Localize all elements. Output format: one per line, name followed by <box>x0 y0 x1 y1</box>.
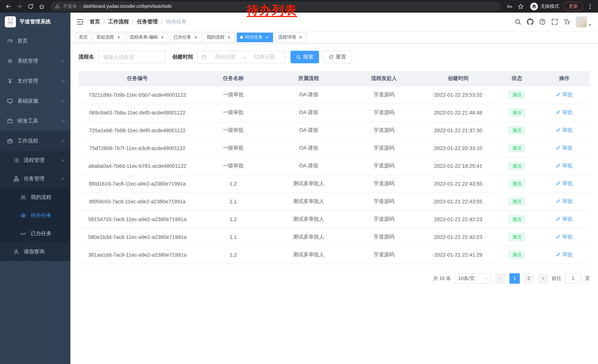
kebab-menu-icon[interactable] <box>585 1 595 11</box>
table-row: 069c6a63-7b8a-11ec-8ef0-acde48001122 一级审… <box>79 104 590 121</box>
prev-page-button[interactable] <box>495 273 506 283</box>
cell-initiator: 芋道源码 <box>347 121 421 139</box>
status-badge: 激活 <box>509 215 525 223</box>
tab-label: 流程表单-编辑 <box>130 34 158 40</box>
breadcrumb-separator: / <box>132 19 134 25</box>
search-button[interactable]: 搜索 <box>291 51 319 63</box>
list-icon <box>13 157 19 163</box>
approve-link[interactable]: 审批 <box>556 91 573 98</box>
close-icon[interactable]: × <box>193 35 198 40</box>
reset-button[interactable]: 重置 <box>323 51 352 63</box>
cell-action: 审批 <box>539 157 590 175</box>
cell-task-id: 381aa1dd-7ac8-11ec-a9e2-a2380e71991a <box>79 246 196 264</box>
chevron-down-icon <box>61 158 65 162</box>
close-icon[interactable]: × <box>116 35 121 40</box>
approve-link[interactable]: 审批 <box>556 109 573 116</box>
update-button[interactable]: 更新 <box>564 2 583 11</box>
user-avatar[interactable] <box>576 16 592 27</box>
sidebar-item-process-mgmt[interactable]: 流程管理 <box>0 151 70 170</box>
edit-icon <box>556 128 561 133</box>
tab-label: 已办任务 <box>173 34 191 40</box>
sidebar-item-leave-query[interactable]: 请假查询 <box>0 243 70 261</box>
close-icon[interactable]: × <box>160 35 165 40</box>
process-name-input[interactable] <box>99 51 166 63</box>
eye-icon <box>20 212 26 218</box>
tab-process-form-edit[interactable]: 流程表单-编辑× <box>126 32 168 42</box>
forward-icon[interactable] <box>14 1 25 11</box>
table-row: 580e1b3d-7ac8-11ec-a9e2-a2380e71991a 1.1… <box>79 228 590 246</box>
close-icon[interactable]: × <box>226 35 232 40</box>
approve-link[interactable]: 审批 <box>556 127 573 134</box>
tab-home[interactable]: 首页 <box>75 32 91 42</box>
status-badge: 激活 <box>509 126 525 134</box>
cell-created: 2022-01-22 23:53:32 <box>421 86 495 104</box>
approve-link[interactable]: 审批 <box>556 198 573 205</box>
search-icon[interactable] <box>515 18 521 25</box>
avatar-image <box>576 16 587 27</box>
sidebar-item-task-mgmt[interactable]: 任务管理 <box>0 170 70 188</box>
bookmark-star-icon[interactable] <box>515 1 526 11</box>
key-icon[interactable] <box>504 1 515 11</box>
approve-link[interactable]: 审批 <box>556 180 573 187</box>
fullscreen-icon[interactable] <box>551 18 558 25</box>
cell-initiator: 芋道源码 <box>347 157 421 175</box>
sidebar-item-my-processes[interactable]: 我的流程 <box>0 188 70 206</box>
cell-action: 审批 <box>539 175 590 193</box>
approve-link[interactable]: 审批 <box>556 145 573 152</box>
back-icon[interactable] <box>3 1 13 11</box>
incognito-icon <box>532 4 537 9</box>
page-button-2[interactable]: 2 <box>523 273 534 283</box>
sidebar-item-label: 我的流程 <box>31 194 51 201</box>
goto-page-input[interactable] <box>565 273 581 283</box>
sidebar-item-done-tasks[interactable]: 已办任务 <box>0 224 70 243</box>
date-range-picker[interactable]: 开始日期 - 结束日期 <box>198 51 285 63</box>
person-icon <box>13 249 19 255</box>
tab-process-detail[interactable]: 流程详情× <box>275 32 307 42</box>
navbar-actions <box>515 16 598 27</box>
question-icon[interactable] <box>539 18 546 25</box>
sidebar-item-label: 支付管理 <box>17 78 38 84</box>
breadcrumb-workflow[interactable]: 工作流程 <box>108 18 129 25</box>
active-tab-dot <box>240 36 243 39</box>
cell-created: 2022-01-22 21:37:30 <box>421 121 495 139</box>
breadcrumb-home[interactable]: 首页 <box>90 18 100 25</box>
sidebar-item-workflow[interactable]: 工作流程 <box>0 131 70 151</box>
page-size-select[interactable]: 10条/页 <box>455 273 492 283</box>
cell-action: 审批 <box>539 104 590 121</box>
next-page-button[interactable] <box>538 273 548 283</box>
edit-icon <box>556 146 561 151</box>
close-icon[interactable]: × <box>265 35 270 40</box>
close-icon[interactable]: × <box>298 35 303 40</box>
approve-link[interactable]: 审批 <box>556 251 573 258</box>
sidebar-item-system-mgmt[interactable]: 系统管理 <box>0 51 70 71</box>
cell-status: 激活 <box>495 86 539 104</box>
sidebar-item-todo-tasks[interactable]: 待办任务 <box>0 206 70 224</box>
sidebar-item-home[interactable]: 首页 <box>0 31 70 51</box>
collapse-sidebar-icon[interactable] <box>70 18 90 25</box>
tab-my-processes[interactable]: 我的流程× <box>203 32 235 42</box>
cell-task-name: 一级审批 <box>196 104 270 121</box>
approve-link[interactable]: 审批 <box>556 216 573 223</box>
tab-start-process[interactable]: 发起流程× <box>93 32 125 42</box>
cell-initiator: 芋道源码 <box>347 139 421 157</box>
sidebar-item-dev-tools[interactable]: 研发工具 <box>0 111 70 131</box>
github-icon[interactable] <box>527 18 533 25</box>
tab-done-tasks[interactable]: 已办任务× <box>170 32 201 42</box>
sidebar-item-infrastructure[interactable]: 基础设施 <box>0 91 70 111</box>
page-button-1[interactable]: 1 <box>509 273 520 283</box>
chevron-down-icon <box>61 59 65 63</box>
tab-todo-tasks[interactable]: 待办任务× <box>237 32 273 42</box>
approve-link[interactable]: 审批 <box>556 162 573 169</box>
home-icon[interactable] <box>36 1 47 11</box>
reload-icon[interactable] <box>25 1 36 11</box>
security-label[interactable]: 不安全 <box>63 3 77 9</box>
breadcrumb: 首页 / 工作流程 / 任务管理 / 待办任务 <box>90 18 187 25</box>
cell-action: 审批 <box>539 193 590 210</box>
cell-created: 2022-01-21 22:42:23 <box>421 210 495 228</box>
breadcrumb-task-mgmt[interactable]: 任务管理 <box>137 18 158 25</box>
sidebar-item-payment-mgmt[interactable]: 支付管理 <box>0 71 70 91</box>
top-navbar: 首页 / 工作流程 / 任务管理 / 待办任务 <box>70 13 598 31</box>
app-logo[interactable]: 芋道管理系统 <box>0 13 70 31</box>
font-size-icon[interactable] <box>564 18 570 25</box>
approve-link[interactable]: 审批 <box>556 234 573 240</box>
